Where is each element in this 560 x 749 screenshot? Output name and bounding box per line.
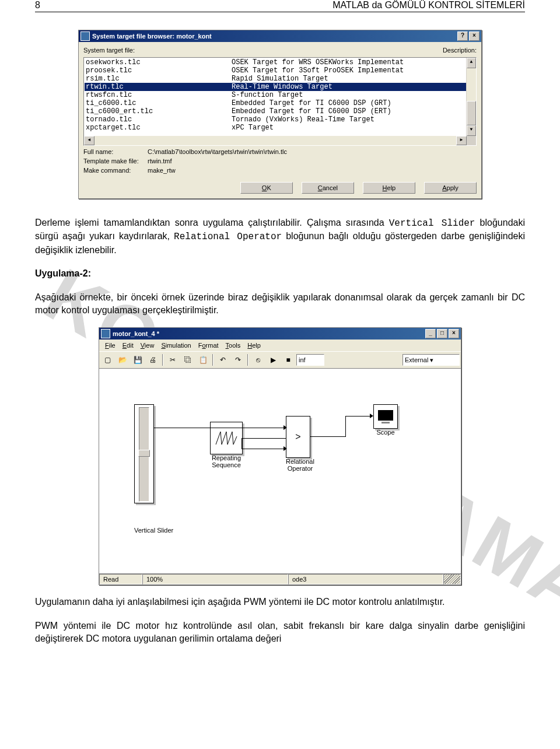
scroll-up-icon[interactable]: ▲ bbox=[467, 58, 476, 68]
paragraph-1: Derleme işlemi tamamlandıktan sonra uygu… bbox=[35, 216, 525, 257]
resize-grip-icon[interactable] bbox=[443, 574, 461, 584]
relational-operator-block[interactable]: > Relational Operator bbox=[286, 416, 314, 472]
page-title: MATLAB da GÖMÜLÜ KONTROL SİTEMLERİ bbox=[332, 0, 525, 10]
open-icon[interactable]: 📂 bbox=[116, 353, 130, 367]
stop-time-field[interactable]: inf bbox=[296, 354, 324, 366]
block-label: Vertical Slider bbox=[134, 527, 173, 534]
redo-icon[interactable]: ↷ bbox=[231, 353, 245, 367]
model-canvas[interactable]: Vertical Slider Repeating Sequence > Rel… bbox=[99, 369, 461, 573]
dialog-title: System target file browser: motor_kont bbox=[92, 33, 212, 40]
toolbar: ▢ 📂 💾 🖨 ✂ ⿻ 📋 ↶ ↷ ⎋ ▶ ■ inf External ▾ bbox=[99, 351, 461, 369]
paragraph-3: Uygulamanın daha iyi anlaşılabilmesi içi… bbox=[35, 596, 525, 608]
status-solver: ode3 bbox=[288, 574, 443, 584]
list-item-desc: S-function Target bbox=[232, 91, 474, 99]
system-target-file-label: System target file: bbox=[83, 47, 135, 54]
maximize-icon[interactable]: □ bbox=[437, 329, 447, 338]
status-ready: Read bbox=[99, 574, 142, 584]
page-number: 8 bbox=[35, 0, 40, 10]
stop-icon[interactable]: ■ bbox=[281, 353, 295, 367]
vertical-slider-block[interactable]: Vertical Slider bbox=[134, 404, 173, 534]
block-label: Scope bbox=[373, 429, 398, 436]
vertical-scrollbar[interactable]: ▲ ▼ bbox=[466, 58, 476, 136]
print-icon[interactable]: 🖨 bbox=[146, 353, 160, 367]
menu-simulation[interactable]: Simulation bbox=[158, 341, 194, 350]
menu-view[interactable]: View bbox=[137, 341, 158, 350]
list-item-desc: OSEK Target for 3Soft ProOSEK Implementa… bbox=[232, 66, 474, 75]
relational-operator-ref: Relational Operator bbox=[174, 232, 282, 242]
save-icon[interactable]: 💾 bbox=[131, 353, 145, 367]
target-listbox[interactable]: osekworks.tlcOSEK Target for WRS OSEKWor… bbox=[83, 57, 477, 146]
model-title: motor_kont_4 * bbox=[113, 330, 159, 337]
list-item-file: rtwin.tlc bbox=[86, 83, 232, 91]
svg-rect-1 bbox=[382, 422, 390, 424]
list-item-file: ti_c6000_ert.tlc bbox=[86, 107, 232, 116]
close-icon[interactable]: × bbox=[449, 329, 459, 338]
section-heading: Uygulama-2: bbox=[35, 267, 525, 280]
ok-button[interactable]: OK bbox=[240, 182, 293, 194]
make-label: Make command: bbox=[83, 167, 148, 174]
close-icon[interactable]: × bbox=[469, 32, 480, 41]
list-item-desc: OSEK Target for WRS OSEKWorks Implementa… bbox=[232, 58, 474, 66]
menu-edit[interactable]: Edit bbox=[119, 341, 137, 350]
block-label: Repeating Sequence bbox=[210, 454, 243, 468]
cancel-button[interactable]: Cancel bbox=[302, 182, 354, 194]
help-button[interactable]: Help bbox=[363, 182, 415, 194]
page-header: 8 MATLAB da GÖMÜLÜ KONTROL SİTEMLERİ bbox=[35, 0, 525, 12]
new-icon[interactable]: ▢ bbox=[100, 353, 114, 367]
block-label: Relational Operator bbox=[286, 458, 314, 472]
titlebar: motor_kont_4 * _ □ × bbox=[99, 328, 461, 340]
scroll-right-icon[interactable]: ► bbox=[456, 136, 467, 145]
make-value: make_rtw bbox=[148, 167, 176, 174]
list-item-desc: xPC Target bbox=[232, 124, 474, 132]
list-item-desc: Embedded Target for TI C6000 DSP (GRT) bbox=[232, 99, 474, 107]
fullname-label: Full name: bbox=[83, 148, 148, 155]
menu-format[interactable]: Format bbox=[195, 341, 222, 350]
status-progress: 100% bbox=[142, 574, 288, 584]
list-item-desc: Embedded Target for TI C6000 DSP (ERT) bbox=[232, 107, 474, 116]
scroll-left-icon[interactable]: ◄ bbox=[84, 136, 94, 145]
scope-icon bbox=[377, 409, 394, 424]
horizontal-scrollbar[interactable]: ◄ ► bbox=[84, 136, 476, 145]
paragraph-2: Aşağıdaki örnekte, bir önceki örnek üzer… bbox=[35, 291, 525, 317]
connect-icon[interactable]: ⎋ bbox=[251, 353, 265, 367]
undo-icon[interactable]: ↶ bbox=[216, 353, 230, 367]
svg-rect-0 bbox=[378, 410, 393, 421]
simulink-icon bbox=[101, 329, 110, 338]
menubar: File Edit View Simulation Format Tools H… bbox=[99, 340, 461, 351]
vertical-slider-ref: Vertical Slider bbox=[389, 218, 475, 229]
status-bar: Read 100% ode3 bbox=[99, 573, 461, 584]
cut-icon[interactable]: ✂ bbox=[166, 353, 180, 367]
list-item-file: xpctarget.tlc bbox=[86, 124, 232, 132]
list-item-desc: Tornado (VxWorks) Real-Time Target bbox=[232, 116, 474, 124]
list-item-file: osekworks.tlc bbox=[86, 58, 232, 66]
paragraph-4: PWM yöntemi ile DC motor hız kontrolünde… bbox=[35, 620, 525, 646]
window-icon bbox=[80, 32, 90, 41]
list-item-file: rtwsfcn.tlc bbox=[86, 91, 232, 99]
run-icon[interactable]: ▶ bbox=[266, 353, 280, 367]
titlebar: System target file browser: motor_kont ?… bbox=[79, 30, 481, 42]
fullname-value: C:\matlab7\toolbox\rtw\targets\rtwin\rtw… bbox=[148, 148, 287, 155]
list-item-desc: Real-Time Windows Target bbox=[232, 83, 474, 91]
menu-tools[interactable]: Tools bbox=[222, 341, 244, 350]
scope-block[interactable]: Scope bbox=[373, 404, 398, 436]
simulation-mode-dropdown[interactable]: External ▾ bbox=[402, 354, 460, 366]
description-label: Description: bbox=[443, 47, 477, 54]
menu-file[interactable]: File bbox=[102, 341, 119, 350]
minimize-icon[interactable]: _ bbox=[425, 329, 436, 338]
copy-icon[interactable]: ⿻ bbox=[181, 353, 195, 367]
tmf-value: rtwin.tmf bbox=[148, 158, 172, 164]
list-item-file: tornado.tlc bbox=[86, 116, 232, 124]
menu-help[interactable]: Help bbox=[244, 341, 264, 350]
apply-button[interactable]: Apply bbox=[424, 182, 477, 194]
scroll-down-icon[interactable]: ▼ bbox=[467, 125, 476, 136]
help-icon[interactable]: ? bbox=[457, 32, 468, 41]
sawtooth-icon bbox=[215, 429, 238, 447]
list-item-file: rsim.tlc bbox=[86, 75, 232, 83]
simulink-window: motor_kont_4 * _ □ × File Edit View Simu… bbox=[99, 327, 461, 585]
paste-icon[interactable]: 📋 bbox=[196, 353, 210, 367]
target-browser-dialog: System target file browser: motor_kont ?… bbox=[78, 30, 482, 199]
list-item-desc: Rapid Simulation Target bbox=[232, 75, 474, 83]
repeating-sequence-block[interactable]: Repeating Sequence bbox=[210, 422, 243, 468]
list-item-file: ti_c6000.tlc bbox=[86, 99, 232, 107]
scroll-thumb[interactable] bbox=[467, 101, 476, 125]
